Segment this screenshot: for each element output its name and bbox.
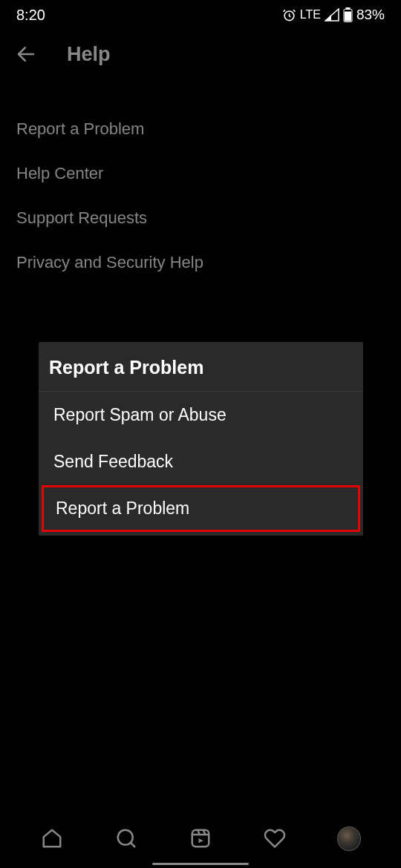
alarm-icon	[282, 8, 296, 22]
nav-home[interactable]	[40, 826, 64, 850]
home-indicator	[152, 863, 249, 865]
home-icon	[41, 827, 63, 849]
search-icon	[115, 827, 137, 849]
battery-percent: 83%	[356, 7, 385, 23]
status-icons: LTE 83%	[282, 7, 385, 23]
svg-rect-7	[192, 830, 209, 847]
avatar-icon	[337, 826, 361, 851]
status-bar: 8:20 LTE 83%	[0, 0, 401, 30]
dialog-item-spam-abuse[interactable]: Report Spam or Abuse	[39, 392, 363, 438]
dialog-item-report-problem[interactable]: Report a Problem	[42, 485, 360, 532]
nav-reels[interactable]	[189, 826, 212, 850]
nav-activity[interactable]	[263, 826, 287, 850]
page-header: Help	[0, 30, 401, 79]
menu-item-help-center[interactable]: Help Center	[0, 151, 401, 196]
svg-line-6	[131, 843, 134, 846]
menu-item-support-requests[interactable]: Support Requests	[0, 196, 401, 240]
report-problem-dialog: Report a Problem Report Spam or Abuse Se…	[39, 342, 363, 536]
battery-icon	[343, 7, 353, 22]
menu-item-report-a-problem[interactable]: Report a Problem	[0, 107, 401, 151]
nav-search[interactable]	[114, 826, 138, 850]
heart-icon	[264, 827, 286, 849]
dialog-item-send-feedback[interactable]: Send Feedback	[39, 438, 363, 485]
reels-icon	[189, 827, 212, 849]
page-title: Help	[67, 43, 111, 66]
nav-profile[interactable]	[337, 826, 361, 850]
back-icon[interactable]	[15, 43, 37, 65]
bottom-nav	[0, 815, 401, 868]
status-time: 8:20	[16, 7, 45, 24]
signal-icon	[325, 8, 339, 22]
dialog-title: Report a Problem	[39, 342, 363, 392]
svg-rect-3	[345, 12, 351, 22]
network-label: LTE	[300, 8, 321, 22]
help-menu: Report a Problem Help Center Support Req…	[0, 79, 401, 285]
menu-item-privacy-security[interactable]: Privacy and Security Help	[0, 240, 401, 285]
